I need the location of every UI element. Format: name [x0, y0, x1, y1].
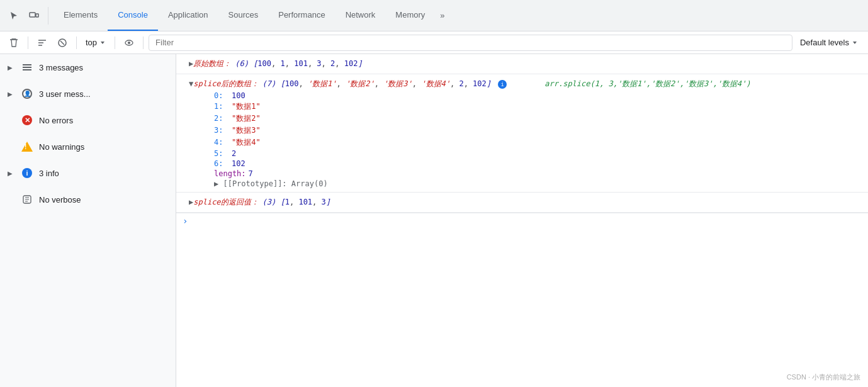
log-entry-splice-return: ▶ splice的返回值： (3) [1, 101, 3] [176, 193, 868, 213]
verbose-icon [21, 194, 33, 205]
sidebar-item-verbose[interactable]: ▶ No verbose [0, 186, 176, 213]
label-return: splice的返回值： [193, 197, 258, 208]
tab-performance[interactable]: Performance [268, 0, 335, 31]
filter-input-wrap [149, 35, 792, 51]
log-line-2: ▼ splice后的数组： (7) [100, '数据1', '数据2', '数… [189, 77, 862, 91]
log-entry-original-array: ▶ 原始数组： (6) [100, 1, 101, 3, 2, 102] [176, 54, 868, 74]
collapse-all-button[interactable] [33, 34, 51, 52]
prototype-row[interactable]: ▶ [[Prototype]]: Array(0) [189, 179, 862, 189]
warning-icon [21, 141, 33, 152]
svg-point-6 [128, 42, 130, 44]
tab-network[interactable]: Network [335, 0, 386, 31]
console-toolbar: top Default levels [0, 31, 868, 54]
array-item-6: 6: 102 [189, 159, 862, 169]
toolbar-divider-4 [143, 36, 144, 49]
user-messages-arrow-icon: ▶ [8, 91, 15, 98]
array-item-1: 1: "数据1" [189, 101, 862, 113]
filter-input[interactable] [153, 35, 788, 50]
tabs-bar: Elements Console Application Sources Per… [0, 0, 868, 31]
sidebar-item-messages[interactable]: ▶ 3 messages [0, 54, 176, 81]
console-sidebar: ▶ 3 messages ▶ 👤 3 user mess... ▶ ✕ No e… [0, 54, 176, 387]
sidebar-item-info[interactable]: ▶ i 3 info [0, 160, 176, 186]
messages-label: 3 messages [39, 63, 168, 72]
tab-memory[interactable]: Memory [385, 0, 435, 31]
log-line-3: ▶ splice的返回值： (3) [1, 101, 3] [189, 196, 862, 209]
device-icon[interactable] [25, 7, 43, 25]
tab-application[interactable]: Application [158, 0, 218, 31]
value-original: (6) [100, 1, 101, 3, 2, 102] [235, 59, 362, 68]
expand-icon-1[interactable]: ▶ [189, 59, 193, 68]
watermark: CSDN · 小青的前端之旅 [787, 373, 860, 382]
array-item-4: 4: "数据4" [189, 137, 862, 149]
svg-line-4 [60, 41, 64, 45]
info-label: 3 info [39, 169, 168, 178]
expand-icon-3[interactable]: ▶ [189, 198, 193, 206]
array-item-3: 3: "数据3" [189, 125, 862, 137]
info-arrow-icon: ▶ [8, 170, 15, 177]
user-messages-label: 3 user mess... [39, 89, 168, 99]
chevron-right-icon: › [183, 216, 188, 226]
toolbar-divider-1 [28, 36, 28, 49]
main-layout: ▶ 3 messages ▶ 👤 3 user mess... ▶ ✕ No e… [0, 54, 868, 387]
console-input[interactable] [191, 216, 862, 225]
log-line-1: ▶ 原始数组： (6) [100, 1, 101, 3, 2, 102] [189, 57, 862, 70]
array-length: length: 7 [189, 169, 862, 179]
messages-arrow-icon: ▶ [8, 64, 15, 71]
tab-sources[interactable]: Sources [218, 0, 269, 31]
cursor-icon[interactable] [5, 7, 23, 25]
array-item-5: 5: 2 [189, 149, 862, 159]
svg-rect-0 [30, 13, 35, 17]
array-item-0: 0: 100 [189, 91, 862, 101]
context-selector[interactable]: top [82, 36, 110, 48]
tab-elements[interactable]: Elements [54, 0, 108, 31]
sidebar-item-errors[interactable]: ▶ ✕ No errors [0, 107, 176, 133]
tab-console[interactable]: Console [108, 0, 158, 31]
errors-label: No errors [39, 116, 168, 125]
default-levels-dropdown[interactable]: Default levels [795, 36, 863, 48]
error-icon: ✕ [21, 115, 33, 126]
info-badge: i [498, 80, 507, 89]
warnings-label: No warnings [39, 142, 168, 152]
list-icon [21, 62, 33, 73]
verbose-label: No verbose [39, 195, 168, 205]
expand-icon-2[interactable]: ▼ [189, 79, 193, 88]
svg-rect-1 [36, 14, 38, 17]
sidebar-item-warnings[interactable]: ▶ No warnings [0, 133, 176, 160]
console-output[interactable]: ▶ 原始数组： (6) [100, 1, 101, 3, 2, 102] ▼ s… [176, 54, 868, 387]
label-original: 原始数组： [193, 59, 231, 69]
info-icon: i [21, 167, 33, 179]
toolbar-divider-3 [115, 36, 115, 49]
value-return: (3) [1, 101, 3] [262, 198, 330, 206]
clear-console-button[interactable] [5, 34, 23, 52]
more-tabs-button[interactable]: » [435, 0, 449, 31]
stop-on-exceptions-button[interactable] [54, 34, 71, 52]
toolbar-divider-2 [76, 36, 77, 49]
sidebar-item-user-messages[interactable]: ▶ 👤 3 user mess... [0, 81, 176, 107]
eye-button[interactable] [120, 34, 138, 52]
comment-splice: arr.splice(1, 3,'数据1','数据2','数据3','数据4') [544, 79, 750, 89]
devtools-icons [5, 7, 48, 25]
label-splice: splice后的数组： [193, 79, 258, 89]
log-entry-splice-result: ▼ splice后的数组： (7) [100, '数据1', '数据2', '数… [176, 74, 868, 193]
console-input-line[interactable]: › [176, 213, 868, 228]
value-splice-header: (7) [100, '数据1', '数据2', '数据3', '数据4', 2,… [262, 79, 507, 89]
main-tabs: Elements Console Application Sources Per… [54, 0, 450, 31]
user-icon: 👤 [21, 88, 33, 99]
array-item-2: 2: "数据2" [189, 113, 862, 125]
